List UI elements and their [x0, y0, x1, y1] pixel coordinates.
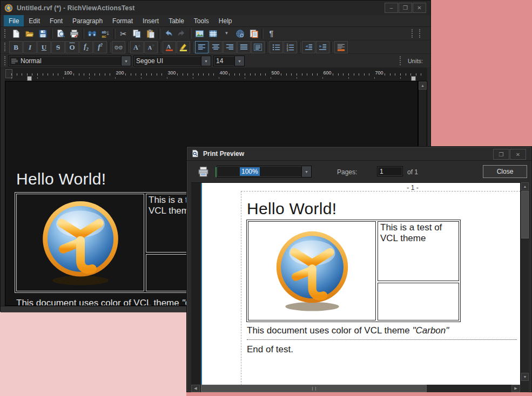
menu-edit[interactable]: Edit	[24, 15, 45, 26]
chevron-down-icon[interactable]: ▼	[201, 56, 211, 66]
right-indent-marker[interactable]	[411, 76, 416, 81]
overline-button[interactable]: O	[65, 41, 79, 53]
menu-file[interactable]: File	[4, 15, 24, 26]
replace-button[interactable]: abac	[99, 28, 112, 40]
paragraph-color-button[interactable]	[334, 41, 348, 53]
insert-document-button[interactable]	[247, 28, 260, 40]
underline-button[interactable]: U	[37, 41, 51, 53]
scroll-right-button[interactable]: ▶	[511, 385, 520, 392]
cut-button[interactable]: ✂	[117, 28, 130, 40]
strikethrough-button[interactable]: S	[51, 41, 65, 53]
arrow-down-icon: ▼	[523, 375, 527, 379]
numbered-list-button[interactable]: 123	[284, 41, 297, 53]
toolbar-grip[interactable]	[4, 56, 7, 65]
menu-paragraph[interactable]: Paragraph	[68, 15, 107, 26]
size-combo[interactable]: 14 ▼	[213, 56, 245, 66]
menu-font[interactable]: Font	[45, 15, 68, 26]
paste-button[interactable]	[144, 28, 157, 40]
chevron-down-icon[interactable]: ▼	[121, 56, 131, 66]
menu-table[interactable]: Table	[164, 15, 189, 26]
document-heading: Hello World!	[16, 170, 106, 188]
align-center-button[interactable]	[209, 41, 223, 53]
table-menu-arrow-button[interactable]: ▼	[220, 28, 233, 40]
align-justify-button[interactable]	[237, 41, 251, 53]
preview-vertical-scrollbar[interactable]: ▲ ▼	[520, 182, 529, 385]
insert-table-button[interactable]	[206, 28, 220, 40]
zoom-combo[interactable]: 100% ▼	[217, 166, 312, 177]
preview-area[interactable]: - 1 - Hello World! This is a test of VCL…	[191, 182, 529, 385]
ruler[interactable]: 100200300400500600700	[5, 68, 427, 81]
align-left-button[interactable]	[195, 41, 208, 53]
print-button[interactable]	[197, 165, 210, 178]
close-button[interactable]: ✕	[413, 3, 426, 13]
shrink-font-button[interactable]: A	[144, 41, 158, 53]
increase-indent-button[interactable]	[316, 41, 329, 53]
subscript-button[interactable]: f2	[79, 41, 93, 53]
toolbar-grip[interactable]	[4, 43, 7, 51]
scroll-left-button[interactable]: ◀	[191, 385, 200, 392]
ruler-ticks-minor	[11, 77, 424, 79]
close-preview-button[interactable]: Close	[483, 165, 527, 178]
preview-toolbar: 100% ▼ Pages: of 1 Close	[187, 161, 531, 182]
undo-button[interactable]	[161, 28, 175, 40]
new-document-button[interactable]	[9, 28, 23, 40]
bold-button[interactable]: B	[9, 41, 23, 53]
ruler-label: 400	[218, 70, 228, 76]
font-color-button[interactable]: A	[163, 41, 176, 53]
align-right-button[interactable]	[223, 41, 237, 53]
bullet-list-button[interactable]	[270, 41, 283, 53]
main-titlebar[interactable]: Untitled.rvf (*) - RichViewActionsTest –…	[1, 1, 430, 15]
scroll-up-button[interactable]: ▲	[521, 182, 529, 190]
trichview-logo-image	[41, 200, 120, 286]
save-button[interactable]	[36, 28, 50, 40]
page-number-input[interactable]	[377, 166, 403, 176]
thumb-grip	[312, 387, 316, 391]
hidden-text-button[interactable]	[112, 41, 125, 53]
chevron-down-icon[interactable]: ▼	[234, 56, 244, 66]
copy-button[interactable]	[130, 28, 144, 40]
maximize-button[interactable]: ❐	[493, 149, 509, 160]
cut-icon: ✂	[120, 30, 127, 38]
menu-help[interactable]: Help	[214, 15, 237, 26]
table-image-cell[interactable]	[16, 194, 144, 291]
toolbar-grip[interactable]	[4, 29, 7, 38]
find-button[interactable]	[85, 28, 99, 40]
insert-image-button[interactable]	[193, 28, 206, 40]
print-button[interactable]	[68, 28, 81, 40]
left-indent-marker[interactable]	[27, 76, 32, 81]
scroll-down-button[interactable]: ▼	[521, 373, 529, 381]
align-wide-button[interactable]	[251, 41, 265, 53]
preview-titlebar[interactable]: Print Preview ❐ ✕	[187, 147, 531, 161]
toolbar-grip[interactable]	[419, 29, 422, 38]
scroll-up-button[interactable]: ▲	[419, 81, 427, 90]
close-button[interactable]: ✕	[510, 149, 526, 160]
new-document-icon	[11, 29, 21, 38]
menu-tools[interactable]: Tools	[189, 15, 214, 26]
horizontal-scroll-thumb[interactable]	[201, 385, 427, 392]
font-combo[interactable]: Segoe UI ▼	[133, 56, 211, 66]
open-button[interactable]	[23, 28, 36, 40]
close-icon: ✕	[417, 5, 421, 11]
redo-button[interactable]	[175, 28, 188, 40]
minimize-button[interactable]: –	[385, 3, 398, 13]
decrease-indent-button[interactable]	[302, 41, 315, 53]
bullet-list-icon	[272, 43, 281, 52]
menubar: FileEditFontParagraphFormatInsertTableTo…	[1, 15, 430, 27]
maximize-button[interactable]: ❐	[399, 3, 412, 13]
superscript-button[interactable]: f2	[93, 41, 107, 53]
overline-icon: O	[69, 44, 75, 51]
style-combo[interactable]: Normal ▼	[8, 56, 131, 66]
insert-hyperlink-button[interactable]	[233, 28, 247, 40]
menu-format[interactable]: Format	[107, 15, 138, 26]
chevron-down-icon[interactable]: ▼	[301, 166, 311, 177]
italic-button[interactable]: I	[23, 41, 37, 53]
print-preview-button[interactable]	[54, 28, 68, 40]
preview-horizontal-scrollbar[interactable]: ◀ ▶	[191, 385, 529, 392]
vertical-scroll-thumb[interactable]	[521, 191, 529, 238]
show-paragraph-marks-button[interactable]: ¶	[265, 28, 278, 40]
menu-insert[interactable]: Insert	[138, 15, 164, 26]
toolbar-grip[interactable]	[400, 56, 402, 65]
toolbar-grip[interactable]	[412, 29, 414, 38]
text-highlight-button[interactable]	[177, 41, 190, 53]
grow-font-button[interactable]: A	[130, 41, 144, 53]
